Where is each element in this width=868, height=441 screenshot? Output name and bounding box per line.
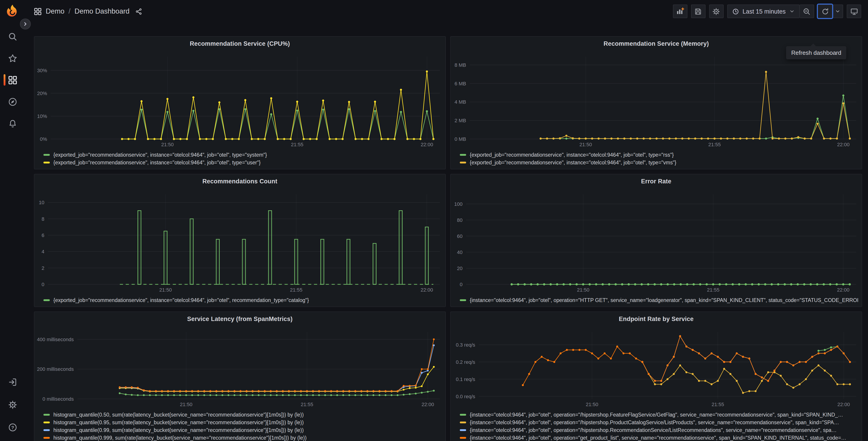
panel-header[interactable]: Error Rate [451,174,862,188]
refresh-controls [818,4,843,18]
svg-text:0.3 req/s: 0.3 req/s [456,342,475,348]
bell-icon [8,119,17,128]
svg-text:0 MB: 0 MB [455,136,466,142]
legend-item[interactable]: {exported_job="recommendationservice", i… [43,296,442,304]
panel-header[interactable]: Recommendation Service (CPU%) [34,37,445,50]
gear-icon [8,400,17,409]
dashboards-grid-icon [8,76,17,84]
legend-swatch [460,437,466,439]
legend-item[interactable]: {exported_job="recommendationservice", i… [460,158,858,166]
legend-swatch [43,414,50,415]
svg-text:20%: 20% [37,91,47,96]
legend-label: {exported_job="recommendationservice", i… [53,159,261,165]
panel-chart[interactable]: 21:5021:5522:000%10%20%30% [34,50,445,150]
legend-item[interactable]: {instance="otelcol:9464", job="otel", op… [460,296,858,304]
svg-text:100: 100 [454,201,463,207]
legend-swatch [43,154,50,155]
zoom-out-icon [803,7,810,15]
svg-text:21:50: 21:50 [161,142,174,147]
time-range-picker[interactable]: Last 15 minutes [727,4,800,18]
panel-legend: {exported_job="recommendationservice", i… [34,295,445,306]
zoom-out-button[interactable] [800,4,814,18]
grafana-app: ? Demo / Demo Dashboard [0,0,868,441]
svg-text:200 milliseconds: 200 milliseconds [37,366,74,372]
legend-item[interactable]: {exported_job="recommendationservice", i… [43,151,442,158]
legend-label: {instance="otelcol:9464", job="otel", op… [470,435,846,440]
panel-chart[interactable]: 21:5021:5522:000.0 req/s0.1 req/s0.2 req… [451,326,862,410]
save-dashboard-button[interactable] [691,4,705,18]
panel-service-latency: Service Latency (from SpanMetrics) 21:50… [34,312,446,441]
sidebar-item-search[interactable] [0,32,25,41]
sidebar-item-explore[interactable] [0,97,25,107]
sidebar-item-help[interactable]: ? [0,422,25,432]
sidebar-item-sign-in[interactable] [0,377,25,387]
panel-title: Endpoint Rate by Service [619,315,693,322]
svg-text:6: 6 [42,233,44,238]
svg-text:8: 8 [42,216,44,222]
panel-endpoint-rate: Endpoint Rate by Service 21:5021:5522:00… [450,312,862,441]
refresh-interval-dropdown[interactable] [832,4,843,18]
grafana-logo[interactable] [4,4,21,20]
legend-item[interactable]: {instance="otelcol:9464", job="otel", op… [460,434,858,441]
panel-title: Recommendation Service (CPU%) [190,40,290,47]
legend-item[interactable]: {exported_job="recommendationservice", i… [460,151,858,158]
legend-swatch [460,429,466,431]
help-icon: ? [8,423,17,432]
panel-title: Recommendations Count [202,178,277,184]
sidebar-item-alerting[interactable] [0,119,25,128]
monitor-icon [850,7,858,15]
legend-item[interactable]: histogram_quantile(0.999, sum(rate(laten… [43,434,442,441]
legend-item[interactable]: {instance="otelcol:9464", job="otel", op… [460,418,858,426]
panel-recommendations-count: Recommendations Count 21:5021:5522:00024… [34,174,446,307]
legend-item[interactable]: histogram_quantile(0.95, sum(rate(latenc… [43,418,442,426]
legend-label: histogram_quantile(0.99, sum(rate(latenc… [53,427,304,433]
kiosk-mode-button[interactable] [847,4,861,18]
panel-chart[interactable]: 21:5021:5522:000246810 [34,188,445,295]
panel-header[interactable]: Recommendations Count [34,174,445,188]
save-icon [694,7,702,15]
panel-legend: {exported_job="recommendationservice", i… [451,150,862,169]
legend-item[interactable]: histogram_quantile(0.99, sum(rate(latenc… [43,426,442,434]
svg-text:40: 40 [457,249,463,255]
panel-chart[interactable]: 21:5021:5522:000 MB2 MB4 MB6 MB8 MB [451,50,862,150]
legend-swatch [43,421,50,423]
svg-text:21:50: 21:50 [580,142,592,147]
legend-item[interactable]: histogram_quantile(0.50, sum(rate(latenc… [43,411,442,418]
sidebar-item-administration[interactable] [0,400,25,409]
legend-label: histogram_quantile(0.999, sum(rate(laten… [53,435,307,440]
legend-swatch [43,161,50,163]
dashboard-settings-button[interactable] [709,4,723,18]
add-panel-button[interactable] [673,4,687,18]
panel-header[interactable]: Endpoint Rate by Service [451,312,862,326]
share-icon[interactable] [135,8,142,15]
legend-label: {instance="otelcol:9464", job="otel", op… [470,427,837,433]
panel-chart[interactable]: 21:5021:5522:00020406080100 [451,188,862,295]
search-icon [8,32,17,41]
panel-chart[interactable]: 21:5021:5522:000 milliseconds200 millise… [34,326,445,410]
svg-text:21:55: 21:55 [290,287,302,293]
svg-text:6 MB: 6 MB [455,81,466,86]
legend-item[interactable]: {instance="otelcol:9464", job="otel", op… [460,426,858,434]
legend-item[interactable]: {instance="otelcol:9464", job="otel", op… [460,411,858,418]
svg-text:30%: 30% [37,68,47,74]
chevron-right-icon [22,21,29,27]
legend-label: {exported_job="recommendationservice", i… [470,159,676,165]
panel-header[interactable]: Service Latency (from SpanMetrics) [34,312,445,326]
sidebar-item-dashboards[interactable] [0,75,25,85]
svg-text:22:00: 22:00 [837,142,850,147]
legend-swatch [43,437,50,439]
legend-item[interactable]: {exported_job="recommendationservice", i… [43,158,442,166]
legend-label: {exported_job="recommendationservice", i… [470,152,674,157]
legend-swatch [460,421,466,423]
sidebar-expand-button[interactable] [20,19,31,29]
svg-text:22:00: 22:00 [421,287,433,293]
legend-label: {exported_job="recommendationservice", i… [53,297,309,303]
breadcrumb-section[interactable]: Demo [46,7,64,16]
chevron-down-icon [789,9,795,14]
legend-swatch [43,429,50,431]
chevron-down-icon [835,9,840,14]
sign-in-icon [8,377,17,386]
refresh-dashboard-button[interactable] [818,4,832,18]
sidebar-item-starred[interactable] [0,53,25,63]
tooltip-text: Refresh dashboard [791,49,841,56]
